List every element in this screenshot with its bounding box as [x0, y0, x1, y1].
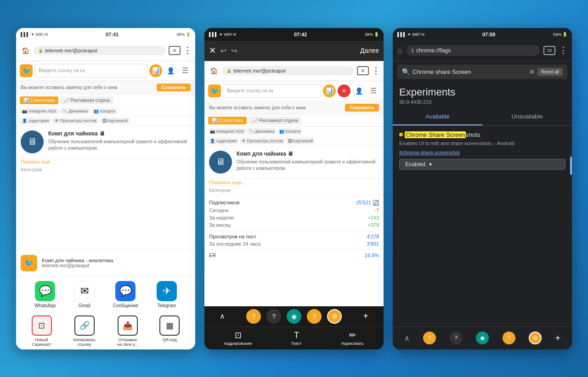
phone2-channel-name: Комп для чайника 🖥: [237, 151, 379, 157]
phone1-address-bar[interactable]: 🏠 🔒 telemetr.me/@pcteapot 8 ⋮: [16, 41, 195, 61]
chrome-url-box[interactable]: ℹ chrome://flags: [406, 45, 540, 56]
whatsapp-label: WhatsApp: [34, 303, 56, 308]
tab-available[interactable]: Available: [393, 108, 482, 125]
chrome-home-icon[interactable]: ⌂: [397, 46, 402, 56]
share-messages[interactable]: 💬 Сообщения: [113, 281, 138, 308]
save-button[interactable]: Сохранить: [157, 84, 191, 91]
phone2-stats-btn[interactable]: 📊: [323, 84, 336, 97]
add-tool-btn[interactable]: +: [363, 311, 368, 321]
phone2-user-btn[interactable]: ✕: [338, 84, 351, 97]
stat-er: ER 16.8%: [209, 252, 379, 259]
next-btn[interactable]: Далее: [360, 47, 379, 54]
share-title: Комп для чайника - аналитика: [42, 258, 113, 263]
text-tool[interactable]: T Текст: [291, 331, 302, 346]
phone2-save-btn[interactable]: Сохранить: [345, 104, 379, 112]
scroll-indicator: [570, 157, 572, 175]
tab-instagram[interactable]: 📷 Instagram ADS: [20, 108, 59, 114]
edit-icon-2[interactable]: ?: [266, 309, 281, 324]
share-gmail[interactable]: ✉ Gmail: [74, 281, 95, 308]
phone2-status-bar: ▌▌▌ ✦ WiFi N 07:42 38% 🔋: [204, 28, 384, 41]
stats-button[interactable]: 📊: [149, 64, 162, 77]
flags-search-bar[interactable]: 🔍 Chrome share Screen ✕ Reset all: [397, 65, 567, 79]
messages-icon: 💬: [115, 281, 136, 301]
flags-search-input[interactable]: Chrome share Screen: [413, 68, 529, 75]
flag-link[interactable]: #chrome-share-screenshot: [399, 150, 565, 155]
tab-kogorta[interactable]: 👥 Когорта: [91, 108, 117, 114]
phone2-battery: 38% 🔋: [365, 32, 379, 37]
crop-label: Кадрирование: [224, 341, 252, 346]
phone2-user-icon[interactable]: 👤: [352, 84, 365, 97]
tab-auditoriya[interactable]: 👤 Аудитория: [20, 118, 51, 124]
edit-icon-4[interactable]: ?: [307, 309, 322, 324]
show-more-btn[interactable]: Показать еще...: [16, 158, 195, 165]
crop-tool[interactable]: ⊡ Кадрирование: [224, 330, 252, 346]
phone2-home-icon[interactable]: 🏠: [208, 65, 219, 76]
phone2-tab-stats[interactable]: 📊Статистика: [208, 117, 247, 124]
tabs-count[interactable]: 8: [169, 46, 181, 55]
qr-icon: ▦: [159, 315, 180, 336]
tab-reklama[interactable]: 📈 Рекламная отдача: [60, 96, 113, 104]
edit-icon-5-active[interactable]: ⚙: [327, 309, 342, 324]
phone2-menu-hamburger[interactable]: ☰: [367, 84, 380, 97]
reset-all-btn[interactable]: Reset all: [537, 68, 563, 76]
phone2-url-bar[interactable]: 🔒 telemetr.me/@pcteapot: [222, 66, 354, 75]
menu-button[interactable]: ⋮: [183, 45, 192, 56]
phone2-show-more[interactable]: Показать еще...: [204, 179, 384, 186]
stat-divider2: [209, 249, 379, 250]
chrome-menu-btn[interactable]: ⋮: [559, 45, 567, 56]
scroll-up-btn[interactable]: ∧: [220, 312, 225, 321]
phone2-tabs-count[interactable]: 8: [357, 66, 369, 75]
phone2-tab-insta[interactable]: 📷 Instagram ADS: [208, 128, 246, 135]
phone2-address-bar[interactable]: 🏠 🔒 telemetr.me/@pcteapot 8 ⋮: [204, 61, 384, 81]
menu-hamburger[interactable]: ☰: [179, 64, 192, 77]
stat-last24: За последние 24 часа 3'801: [209, 240, 379, 248]
search-clear-btn[interactable]: ✕: [529, 68, 535, 76]
draw-tool[interactable]: ✏ Нарисовать: [341, 330, 364, 346]
home-icon[interactable]: 🏠: [20, 45, 31, 56]
option-send[interactable]: 📤 Отправкана свои у...: [117, 315, 138, 347]
phone3-add-btn[interactable]: +: [555, 333, 561, 343]
p3-icon-2[interactable]: ?: [450, 332, 463, 344]
flag-highlight: Chrome Share Screen: [405, 131, 466, 138]
search-icon: 🔍: [402, 68, 410, 75]
phone2-tab-din[interactable]: 📉 Динамика: [247, 128, 276, 135]
lock-icon: 🔒: [38, 48, 43, 53]
p3-icon-1[interactable]: ?: [423, 332, 436, 344]
share-telegram[interactable]: ✈ Telegram: [157, 281, 177, 308]
p3-icon-3[interactable]: ◉: [476, 332, 489, 344]
forward-btn[interactable]: ↪: [231, 46, 237, 55]
tab-unavailable[interactable]: Unavailable: [482, 108, 572, 125]
phone2-tab-reklama[interactable]: 📈Рекламная отдача: [249, 117, 302, 124]
phone3-scroll-up[interactable]: ∧: [404, 334, 410, 343]
phone2-tab-kog[interactable]: 👥 Когорта: [277, 128, 302, 135]
option-screenshot[interactable]: ⊡ НовыйСкриншот: [32, 315, 52, 347]
back-btn[interactable]: ↩: [220, 46, 226, 55]
phone2-tab-kart[interactable]: 🖼 Картинкой: [286, 138, 315, 144]
option-copy-link[interactable]: 🔗 Копироватьссылку: [74, 315, 96, 347]
telemetr-search[interactable]: Введите ссылку на ка: [34, 64, 147, 78]
option-qr[interactable]: ▦ QR-код: [159, 315, 180, 347]
share-whatsapp[interactable]: 💬 WhatsApp: [34, 281, 56, 308]
chrome-url-text: chrome://flags: [416, 47, 451, 54]
phone2-tab-pros[interactable]: 👁 Просмотры постов: [240, 138, 285, 144]
edit-icon-1[interactable]: ?: [246, 309, 261, 324]
close-browser-btn[interactable]: ✕: [209, 45, 216, 56]
phone2-search[interactable]: Введите ссылку на ка: [223, 84, 321, 98]
phone2-menu-btn[interactable]: ⋮: [372, 66, 380, 76]
flag-select[interactable]: Enabled ▾: [399, 159, 565, 170]
p3-icon-5[interactable]: ⚙: [529, 332, 542, 344]
edit-icon-3[interactable]: ◉: [287, 309, 301, 324]
tab-prosmotry[interactable]: 👁 Просмотры постов: [52, 118, 98, 124]
phone3-address-bar[interactable]: ⌂ ℹ chrome://flags 10 ⋮: [393, 41, 572, 61]
tab-statistics[interactable]: 📊 Статистика: [20, 96, 58, 104]
phone3-frame: ▌▌▌ ✦ WiFi N 07:59 54% 🔋 ⌂ ℹ chrome://fl…: [393, 28, 572, 349]
tab-dinamika[interactable]: 📉 Динамика: [60, 108, 90, 114]
chrome-tabs-btn[interactable]: 10: [543, 46, 555, 55]
phone2-tab-aud[interactable]: 👤 Аудитория: [208, 138, 238, 144]
url-bar[interactable]: 🔒 telemetr.me/@pcteapot: [34, 46, 166, 55]
flag-desc: Enables UI to edit and share screenshots…: [399, 140, 565, 147]
p3-icon-4[interactable]: ?: [503, 332, 515, 344]
user-icon-btn[interactable]: 👤: [164, 64, 177, 77]
edit-icons: ? ? ◉ ? ⚙: [246, 309, 342, 324]
tab-kartinkoy[interactable]: 🖼 Картинкой: [100, 118, 130, 124]
